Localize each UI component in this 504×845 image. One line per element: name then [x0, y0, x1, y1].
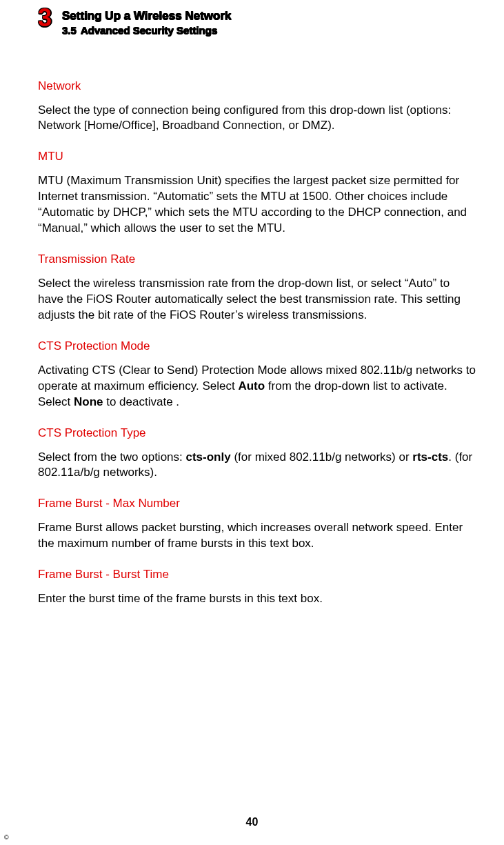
cts-mode-bold-none: None: [74, 395, 103, 408]
heading-mtu: MTU: [38, 149, 476, 165]
section-title-text: Advanced Security Settings: [81, 24, 217, 36]
header-text-block: Setting Up a Wireless Network 3.5Advance…: [62, 7, 231, 37]
heading-frame-burst-max: Frame Burst - Max Number: [38, 496, 476, 512]
cts-mode-post: to deactivate .: [103, 395, 179, 408]
para-network: Select the type of connection being conf…: [38, 103, 476, 135]
section-title: 3.5Advanced Security Settings: [62, 23, 231, 37]
cts-mode-bold-auto: Auto: [238, 379, 265, 392]
chapter-title: Setting Up a Wireless Network: [62, 8, 231, 23]
cts-type-mid: (for mixed 802.11b/g networks) or: [231, 450, 413, 464]
page-number: 40: [0, 816, 504, 828]
para-cts-mode: Activating CTS (Clear to Send) Protectio…: [38, 363, 476, 410]
para-mtu: MTU (Maximum Transmission Unit) specifie…: [38, 173, 476, 237]
para-frame-burst-max: Frame Burst allows packet bursting, whic…: [38, 520, 476, 552]
para-transmission-rate: Select the wireless transmission rate fr…: [38, 276, 476, 324]
document-page: 3 Setting Up a Wireless Network 3.5Advan…: [0, 0, 504, 845]
copyright-mark: ©: [4, 834, 9, 841]
page-header: 3 Setting Up a Wireless Network 3.5Advan…: [38, 7, 476, 37]
chapter-number: 3: [38, 6, 52, 30]
heading-frame-burst-time: Frame Burst - Burst Time: [38, 567, 476, 583]
cts-type-bold-ctsonly: cts-only: [186, 450, 231, 464]
heading-cts-type: CTS Protection Type: [38, 426, 476, 441]
section-number: 3.5: [62, 24, 77, 36]
content-body: Network Select the type of connection be…: [38, 79, 476, 608]
heading-transmission-rate: Transmission Rate: [38, 252, 476, 268]
heading-network: Network: [38, 79, 476, 95]
cts-type-bold-rtscts: rts-cts: [412, 450, 448, 464]
cts-type-pre: Select from the two options:: [38, 450, 186, 464]
heading-cts-mode: CTS Protection Mode: [38, 339, 476, 355]
para-cts-type: Select from the two options: cts-only (f…: [38, 450, 476, 481]
para-frame-burst-time: Enter the burst time of the frame bursts…: [38, 591, 476, 607]
